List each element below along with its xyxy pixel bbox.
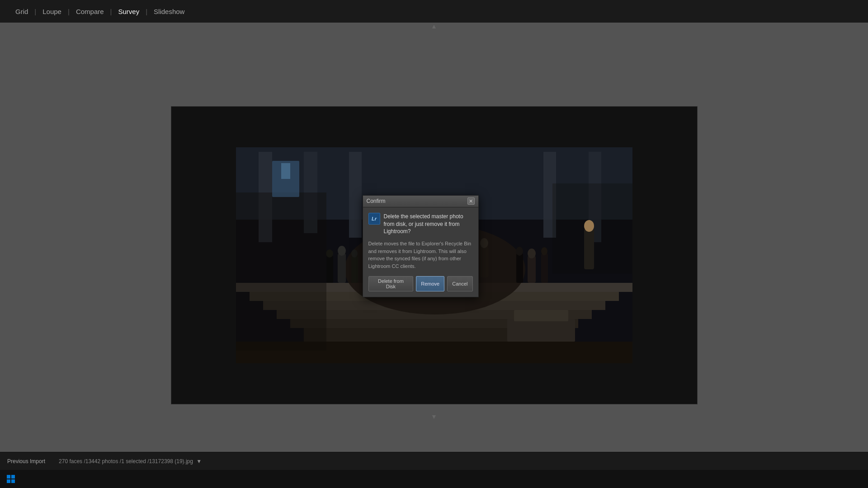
dialog-main-question: Delete the selected master photo from di… bbox=[384, 213, 473, 235]
photo-info-value: 270 faces /13442 photos /1 selected /131… bbox=[59, 458, 193, 465]
nav-compare[interactable]: Compare bbox=[70, 0, 110, 23]
dialog-body: Lr Delete the selected master photo from… bbox=[363, 207, 478, 297]
dialog-buttons: Delete from Disk Remove Cancel bbox=[368, 276, 473, 291]
dialog-title: Confirm bbox=[367, 198, 386, 204]
delete-from-disk-button[interactable]: Delete from Disk bbox=[368, 276, 414, 291]
photo-info-text: 270 faces /13442 photos /1 selected /131… bbox=[59, 458, 202, 465]
nav-slideshow[interactable]: Slideshow bbox=[147, 0, 191, 23]
dialog-overlay: Confirm ✕ Lr Delete the selected master … bbox=[171, 107, 697, 404]
photo-viewer: Confirm ✕ Lr Delete the selected master … bbox=[171, 106, 698, 404]
nav-survey[interactable]: Survey bbox=[112, 0, 146, 23]
scroll-down-arrow[interactable]: ▼ bbox=[431, 413, 437, 420]
svg-rect-55 bbox=[7, 475, 10, 479]
dropdown-arrow-icon[interactable]: ▼ bbox=[196, 458, 202, 465]
windows-start-button[interactable] bbox=[4, 472, 18, 486]
scroll-up-arrow[interactable]: ▲ bbox=[431, 23, 437, 30]
svg-rect-56 bbox=[11, 475, 15, 479]
cancel-button[interactable]: Cancel bbox=[447, 276, 472, 291]
top-nav-bar: Grid | Loupe | Compare | Survey | Slides… bbox=[0, 0, 868, 23]
dialog-description: Delete moves the file to Explorer's Recy… bbox=[368, 240, 473, 270]
svg-rect-58 bbox=[11, 479, 15, 483]
main-content-area: Confirm ✕ Lr Delete the selected master … bbox=[0, 45, 868, 465]
lr-logo-icon: Lr bbox=[368, 213, 380, 225]
nav-loupe[interactable]: Loupe bbox=[36, 0, 68, 23]
dialog-header-row: Lr Delete the selected master photo from… bbox=[368, 213, 473, 235]
previous-import-link[interactable]: Previous Import bbox=[7, 458, 45, 465]
confirm-dialog: Confirm ✕ Lr Delete the selected master … bbox=[363, 195, 479, 297]
remove-button[interactable]: Remove bbox=[416, 276, 444, 291]
nav-grid[interactable]: Grid bbox=[9, 0, 34, 23]
dialog-close-button[interactable]: ✕ bbox=[467, 197, 475, 205]
svg-rect-57 bbox=[7, 479, 10, 483]
dialog-titlebar: Confirm ✕ bbox=[363, 196, 478, 207]
status-bar: Previous Import 270 faces /13442 photos … bbox=[0, 452, 868, 470]
taskbar bbox=[0, 470, 868, 488]
